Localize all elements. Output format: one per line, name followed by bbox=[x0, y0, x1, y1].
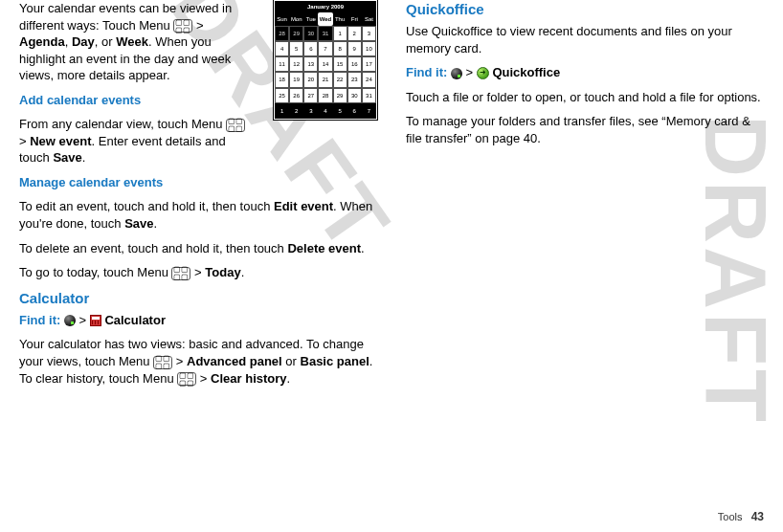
text: > bbox=[196, 371, 211, 386]
text-bold: Edit event bbox=[274, 199, 333, 213]
calendar-cell: 29 bbox=[289, 26, 303, 41]
calculator-icon bbox=[90, 315, 101, 326]
find-it-label: Find it: bbox=[19, 313, 64, 327]
calendar-foot-cell: 7 bbox=[362, 103, 376, 119]
text-bold: Basic panel bbox=[301, 354, 369, 368]
menu-icon: ▢▢▢▢ bbox=[171, 267, 190, 280]
quickoffice-heading: Quickoffice bbox=[406, 0, 764, 19]
day-fri: Fri bbox=[347, 12, 362, 26]
calendar-cell: 31 bbox=[318, 26, 332, 41]
launcher-icon bbox=[451, 68, 462, 79]
text: To edit an event, touch and hold it, the… bbox=[19, 199, 274, 213]
calendar-cell: 30 bbox=[303, 26, 318, 41]
calendar-cell: 30 bbox=[347, 88, 362, 103]
quickoffice-body1: Touch a file or folder to open, or touch… bbox=[406, 89, 764, 106]
calendar-cell: 16 bbox=[347, 56, 362, 72]
calendar-cell: 29 bbox=[333, 88, 347, 103]
calendar-cell: 10 bbox=[362, 41, 376, 56]
calendar-cell: 6 bbox=[303, 41, 318, 56]
text: To delete an event, touch and hold it, t… bbox=[19, 241, 287, 255]
quickoffice-intro: Use Quickoffice to view recent documents… bbox=[406, 23, 764, 56]
calendar-cell: 2 bbox=[347, 26, 362, 41]
calendar-cell: 22 bbox=[333, 72, 347, 87]
calculator-find: Find it: > Calculator bbox=[19, 312, 377, 329]
calendar-foot-cell: 1 bbox=[275, 103, 289, 119]
text: . bbox=[154, 216, 158, 231]
manage-events-heading: Manage calendar events bbox=[19, 174, 377, 191]
calendar-foot-cell: 5 bbox=[333, 103, 347, 119]
text-bold: Day bbox=[72, 34, 95, 49]
left-column: January 2009 Sun Mon Tue Wed Thu Fri Sat… bbox=[19, 0, 377, 394]
text: To go to today, touch Menu bbox=[19, 265, 171, 279]
day-sat: Sat bbox=[362, 12, 376, 26]
text-bold: Quickoffice bbox=[489, 65, 560, 79]
menu-icon: ▢▢▢▢ bbox=[226, 119, 245, 132]
add-events-heading: Add calendar events bbox=[19, 92, 247, 109]
text: . bbox=[82, 150, 86, 165]
calendar-widget: January 2009 Sun Mon Tue Wed Thu Fri Sat… bbox=[274, 0, 377, 120]
launcher-icon bbox=[64, 315, 76, 326]
calendar-cell: 21 bbox=[318, 72, 332, 87]
text-bold: Today bbox=[205, 265, 240, 279]
footer-section: Tools bbox=[718, 511, 743, 522]
calendar-foot-cell: 6 bbox=[347, 103, 362, 119]
calendar-cell: 8 bbox=[333, 41, 347, 56]
footer-page: 43 bbox=[751, 510, 764, 523]
calendar-cell: 14 bbox=[318, 56, 332, 72]
calendar-cell: 24 bbox=[362, 72, 376, 87]
today-body: To go to today, touch Menu ▢▢▢▢ > Today. bbox=[19, 264, 377, 281]
text: From any calendar view, touch Menu bbox=[19, 117, 226, 131]
calendar-cell: 26 bbox=[289, 88, 303, 103]
calendar-title: January 2009 bbox=[275, 1, 376, 12]
text: , or bbox=[95, 34, 116, 49]
calendar-cell: 25 bbox=[275, 88, 289, 103]
calculator-heading: Calculator bbox=[19, 289, 377, 308]
text-bold: Delete event bbox=[287, 241, 361, 255]
calendar-foot-cell: 3 bbox=[303, 103, 318, 119]
text: . bbox=[287, 371, 291, 386]
calendar-cell: 18 bbox=[275, 72, 289, 87]
calendar-intro: Your calendar events can be viewed in di… bbox=[19, 0, 247, 84]
delete-event-body: To delete an event, touch and hold it, t… bbox=[19, 240, 377, 257]
calendar-cell: 11 bbox=[275, 56, 289, 72]
calendar-day-headers: Sun Mon Tue Wed Thu Fri Sat bbox=[275, 12, 376, 26]
quickoffice-icon bbox=[477, 67, 489, 79]
calendar-cell: 20 bbox=[303, 72, 318, 87]
calendar-cell: 7 bbox=[318, 41, 332, 56]
calendar-cell: 1 bbox=[333, 26, 347, 41]
calendar-cell: 31 bbox=[362, 88, 376, 103]
text: or bbox=[282, 354, 301, 368]
menu-icon: ▢▢▢▢ bbox=[177, 372, 196, 386]
text: > bbox=[190, 265, 205, 279]
text: > bbox=[192, 18, 203, 33]
day-wed: Wed bbox=[318, 12, 332, 26]
text: > bbox=[462, 65, 477, 79]
quickoffice-find: Find it: > Quickoffice bbox=[406, 64, 764, 81]
calendar-cell: 27 bbox=[303, 88, 318, 103]
calendar-cell: 4 bbox=[275, 41, 289, 56]
text: , bbox=[65, 34, 72, 49]
day-tue: Tue bbox=[303, 12, 318, 26]
calculator-body: Your calculator has two views: basic and… bbox=[19, 336, 377, 387]
text-bold: Advanced panel bbox=[187, 354, 282, 368]
calendar-cell: 3 bbox=[362, 26, 376, 41]
text-bold: Save bbox=[124, 216, 153, 231]
text-bold: Clear history bbox=[211, 371, 286, 386]
calendar-cell: 28 bbox=[275, 26, 289, 41]
text-bold: Calculator bbox=[101, 313, 166, 327]
add-events-body: From any calendar view, touch Menu ▢▢▢▢ … bbox=[19, 116, 247, 166]
page-footer: Tools 43 bbox=[718, 509, 764, 524]
day-thu: Thu bbox=[333, 12, 347, 26]
calendar-cell: 12 bbox=[289, 56, 303, 72]
right-column: Quickoffice Use Quickoffice to view rece… bbox=[406, 0, 764, 394]
text: . bbox=[361, 241, 365, 255]
menu-icon: ▢▢▢▢ bbox=[173, 19, 192, 33]
text-bold: New event bbox=[30, 134, 91, 148]
edit-event-body: To edit an event, touch and hold it, the… bbox=[19, 198, 377, 232]
calendar-foot-cell: 2 bbox=[289, 103, 303, 119]
text: > bbox=[76, 313, 90, 327]
calendar-cell: 13 bbox=[303, 56, 318, 72]
quickoffice-body2: To manage your folders and transfer file… bbox=[406, 113, 764, 146]
calendar-foot-cell: 4 bbox=[318, 103, 332, 119]
calendar-cell: 5 bbox=[289, 41, 303, 56]
